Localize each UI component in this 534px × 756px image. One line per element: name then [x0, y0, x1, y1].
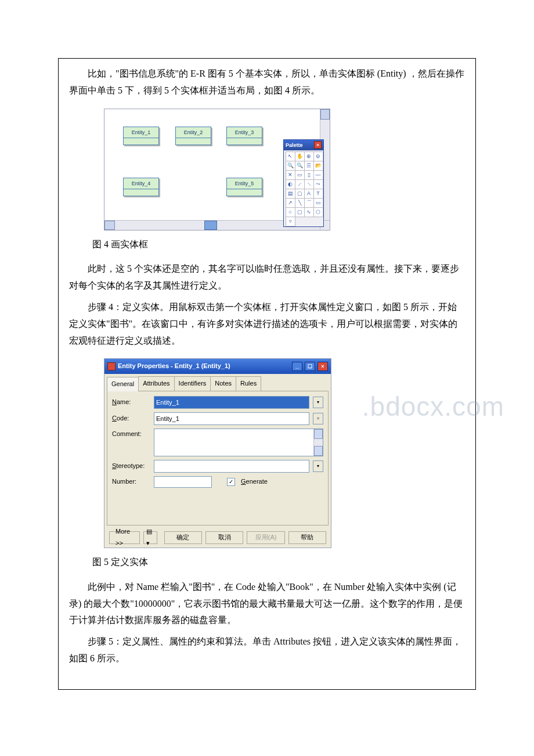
more-button[interactable]: More >> — [109, 531, 140, 544]
figure-5-caption: 图 5 定义实体 — [69, 554, 465, 571]
entity-label: Entity_2 — [176, 127, 211, 138]
link2-icon[interactable]: ↗ — [286, 198, 295, 208]
label-stereotype: Stereotype: — [112, 460, 150, 472]
paragraph-4: 此例中，对 Name 栏输入"图书"，在 Code 处输入"Book"，在 Nu… — [69, 579, 465, 629]
cancel-button[interactable]: 取消 — [205, 531, 243, 544]
figure-4: Entity_1 Entity_2 Entity_3 Entity_4 Enti… — [104, 109, 330, 231]
entity-box-5[interactable]: Entity_5 — [226, 178, 262, 196]
code-field[interactable]: Entity_1 — [154, 412, 309, 425]
title-icon[interactable]: T — [313, 189, 323, 199]
apply-button[interactable]: 应用(A) — [247, 531, 284, 544]
entity-box-2[interactable]: Entity_2 — [175, 127, 211, 145]
minimize-icon[interactable]: _ — [292, 362, 302, 371]
name-field[interactable]: Entity_1 — [154, 396, 309, 409]
entity-label: Entity_4 — [124, 178, 158, 189]
package-icon[interactable]: ▭ — [295, 170, 305, 180]
entity-box-1[interactable]: Entity_1 — [123, 127, 159, 145]
dialog-body: NName:ame: Entity_1 ▾ Code: Entity_1 = C… — [107, 391, 329, 525]
hand-icon[interactable]: ✋ — [295, 152, 305, 161]
dependency-icon[interactable]: ⤳ — [313, 179, 323, 189]
ellipse-icon[interactable]: ○ — [286, 207, 295, 217]
figure-4-caption: 图 4 画实体框 — [69, 236, 465, 253]
file-icon[interactable]: ▤ — [286, 189, 295, 199]
label-name: NName:ame: — [112, 397, 150, 408]
tab-general[interactable]: General — [107, 377, 139, 391]
association-icon[interactable]: ⟋ — [295, 179, 305, 189]
entity-label: Entity_3 — [227, 127, 262, 138]
stereotype-field[interactable] — [154, 460, 309, 473]
tab-rules[interactable]: Rules — [236, 376, 261, 391]
dialog-tabs: General Attributes Identifiers Notes Rul… — [104, 374, 331, 391]
close-icon[interactable]: × — [317, 362, 328, 371]
rect-icon[interactable]: ▭ — [313, 198, 323, 208]
more-icon[interactable]: ▿ — [286, 217, 295, 226]
label-generate: Generate — [241, 476, 268, 488]
textarea-scrollbar[interactable] — [313, 429, 323, 456]
line-icon[interactable]: ╲ — [295, 198, 305, 208]
rounded-rect-icon[interactable]: ▢ — [295, 207, 305, 217]
dialog-title: Entity Properties - Entity_1 (Entity_1) — [118, 361, 230, 372]
dialog-footer: More >> ▤ ▾ 确定 取消 应用(A) 帮助 — [104, 528, 331, 548]
label-comment: Comment: — [112, 429, 150, 440]
label-code: Code: — [112, 413, 150, 424]
entity-label: Entity_1 — [124, 127, 158, 138]
pointer-icon[interactable]: ↖ — [286, 152, 295, 161]
palette-titlebar[interactable]: Palette × — [284, 140, 323, 150]
paragraph-3: 步骤 4：定义实体。用鼠标双击第一个实体框，打开实体属性定义窗口，如图 5 所示… — [69, 299, 465, 349]
palette-title-text: Palette — [286, 141, 303, 150]
scroll-thumb[interactable] — [104, 221, 115, 230]
help-button[interactable]: 帮助 — [288, 531, 326, 544]
relationship-icon[interactable]: — — [313, 170, 323, 180]
paragraph-5: 步骤 5：定义属性、属性的约束和算法。单击 Attributes 按钮，进入定义… — [69, 633, 465, 667]
text-icon[interactable]: A — [304, 189, 314, 199]
app-icon — [107, 362, 116, 370]
label-number: Number: — [112, 476, 150, 488]
close-icon[interactable]: × — [314, 141, 322, 149]
dropdown-icon[interactable]: ▾ — [313, 460, 323, 472]
entity-icon[interactable]: ▯ — [304, 170, 314, 180]
number-field[interactable] — [154, 476, 212, 488]
figure-5-dialog: Entity Properties - Entity_1 (Entity_1) … — [104, 358, 331, 548]
properties-icon[interactable]: ☰ — [304, 161, 314, 171]
entity-label: Entity_5 — [227, 178, 262, 189]
scroll-thumb[interactable] — [320, 109, 330, 120]
menu-button[interactable]: ▤ ▾ — [143, 531, 157, 544]
palette-panel[interactable]: Palette × ↖ ✋ ⊕ ⊖ 🔍 🔍 ☰ 📂 ✕ ▭ ▯ — ◐ — [283, 139, 324, 227]
scroll-thumb[interactable] — [204, 221, 217, 230]
zoom-in-icon[interactable]: ⊕ — [304, 152, 314, 161]
scroll-up-icon[interactable] — [314, 429, 323, 439]
comment-field[interactable] — [154, 429, 323, 456]
paragraph-2: 此时，这 5 个实体还是空的，其名字可以临时任意选取，并且还没有属性。接下来，要… — [69, 261, 465, 294]
entity-box-3[interactable]: Entity_3 — [226, 127, 262, 145]
zoom-icon[interactable]: 🔍 — [286, 161, 295, 171]
zoom-fit-icon[interactable]: 🔍 — [295, 161, 305, 171]
dropdown-icon[interactable]: ▾ — [313, 397, 323, 408]
note-icon[interactable]: ▢ — [295, 189, 305, 199]
zoom-out-icon[interactable]: ⊖ — [313, 152, 323, 161]
paragraph-1: 比如，"图书信息系统"的 E-R 图有 5 个基本实体，所以，单击实体图标 (E… — [69, 66, 465, 99]
arc-icon[interactable]: ⌒ — [304, 198, 314, 208]
scroll-down-icon[interactable] — [314, 446, 323, 456]
tab-attributes[interactable]: Attributes — [138, 376, 174, 391]
link-icon[interactable]: ⟍ — [304, 179, 314, 189]
entity-box-4[interactable]: Entity_4 — [123, 178, 159, 196]
dialog-titlebar[interactable]: Entity Properties - Entity_1 (Entity_1) … — [104, 359, 331, 374]
polygon-icon[interactable]: ⬡ — [313, 207, 323, 217]
polyline-icon[interactable]: ∿ — [304, 207, 314, 217]
tab-identifiers[interactable]: Identifiers — [174, 376, 211, 391]
document-content: 比如，"图书信息系统"的 E-R 图有 5 个基本实体，所以，单击实体图标 (E… — [58, 58, 476, 690]
dropdown-icon[interactable]: = — [313, 413, 323, 424]
generate-checkbox[interactable]: ✓ — [227, 478, 235, 486]
maximize-icon[interactable]: ☐ — [305, 362, 315, 371]
ok-button[interactable]: 确定 — [164, 531, 202, 544]
delete-icon[interactable]: ✕ — [286, 170, 295, 180]
palette-toolgrid: ↖ ✋ ⊕ ⊖ 🔍 🔍 ☰ 📂 ✕ ▭ ▯ — ◐ ⟋ ⟍ ⤳ ▤ — [284, 150, 323, 226]
inheritance-icon[interactable]: ◐ — [286, 179, 295, 189]
tab-notes[interactable]: Notes — [210, 376, 236, 391]
open-icon[interactable]: 📂 — [313, 161, 323, 171]
